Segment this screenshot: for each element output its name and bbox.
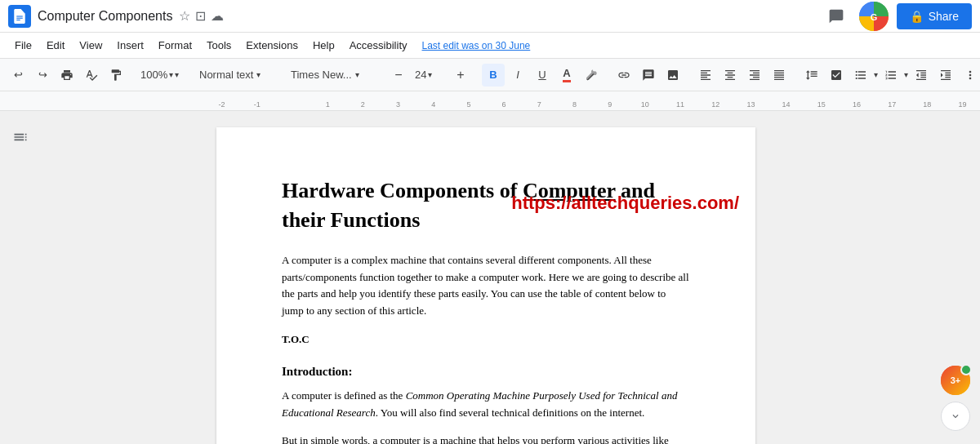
zoom-value: 100% [140, 69, 167, 81]
style-chevron: ▾ [256, 70, 261, 79]
bold-button[interactable]: B [482, 64, 505, 87]
highlight-button[interactable] [580, 64, 603, 87]
ruler-content: -2 -1 1 2 3 4 5 6 7 8 9 10 11 12 13 14 1… [204, 91, 980, 110]
comment-insert-button[interactable] [637, 64, 660, 87]
title-icons: ☆ ⊡ ☁ [179, 8, 224, 24]
numbered-list-button[interactable] [880, 64, 902, 87]
collab-badge [960, 364, 972, 375]
watermark: https://alltechqueries.com/ [511, 193, 739, 214]
menu-format[interactable]: Format [152, 36, 198, 55]
doc-page: Hardware Components of Computer andtheir… [216, 127, 755, 444]
print-button[interactable] [56, 64, 78, 87]
align-left-button[interactable] [694, 64, 717, 87]
document-title: Computer Components [38, 9, 172, 24]
outline-toggle[interactable] [7, 124, 33, 150]
font-select[interactable]: Times New... ▾ [287, 64, 377, 87]
more-options-button[interactable] [959, 64, 980, 87]
svg-point-8 [670, 72, 671, 73]
cloud-icon[interactable]: ☁ [211, 8, 224, 24]
italic-button[interactable]: I [506, 64, 529, 87]
align-center-button[interactable] [719, 64, 742, 87]
ruler: -2 -1 1 2 3 4 5 6 7 8 9 10 11 12 13 14 1… [0, 91, 980, 111]
menu-extensions[interactable]: Extensions [239, 36, 305, 55]
redo-button[interactable]: ↪ [31, 64, 54, 87]
font-size-increase[interactable]: + [449, 64, 472, 87]
zoom-select[interactable]: 100% ▾ [137, 64, 186, 87]
spellcheck-button[interactable] [80, 64, 103, 87]
collaborator-avatar[interactable]: 3+ [941, 366, 970, 395]
title-bar: Computer Components ☆ ⊡ ☁ G 🔒 Share [0, 0, 980, 33]
share-label: Share [929, 10, 959, 23]
font-chevron: ▾ [355, 70, 359, 79]
intro-body-1-pre: A computer is defined as the [282, 389, 406, 402]
style-value: Normal text [199, 69, 253, 81]
last-edit-link[interactable]: Last edit was on 30 June [422, 40, 531, 51]
zoom-chevron: ▾ [169, 70, 179, 79]
ruler-numbers: -2 -1 1 2 3 4 5 6 7 8 9 10 11 12 13 14 1… [204, 100, 980, 110]
menu-accessibility[interactable]: Accessibility [343, 36, 414, 55]
intro-body-1-post: . You will also find several technical d… [376, 406, 645, 419]
font-size-decrease[interactable]: − [387, 64, 410, 87]
style-select[interactable]: Normal text ▾ [196, 64, 278, 87]
google-docs-icon[interactable] [8, 5, 31, 28]
intro-body-1: A computer is defined as the Common Oper… [282, 388, 690, 422]
main-layout: Hardware Components of Computer andtheir… [0, 111, 980, 444]
undo-button[interactable]: ↩ [7, 64, 29, 87]
menu-view[interactable]: View [73, 36, 109, 55]
underline-button[interactable]: U [531, 64, 554, 87]
image-button[interactable] [662, 64, 684, 87]
intro-paragraph: A computer is a complex machine that con… [282, 252, 690, 320]
toolbar-chevron: ▾ [874, 70, 878, 79]
font-size-select[interactable]: 24 ▾ [412, 64, 448, 87]
toc-heading: T.O.C [282, 331, 690, 349]
menu-edit[interactable]: Edit [40, 36, 71, 55]
decrease-indent-button[interactable] [910, 64, 933, 87]
bullet-list-button[interactable] [849, 64, 872, 87]
left-sidebar [0, 111, 41, 444]
font-size-value: 24 [415, 69, 426, 81]
align-right-button[interactable] [743, 64, 766, 87]
menu-help[interactable]: Help [306, 36, 341, 55]
font-size-chevron: ▾ [428, 70, 432, 79]
user-avatar[interactable]: G [859, 2, 889, 31]
text-color-button[interactable]: A [555, 64, 578, 87]
doc-body: A computer is a complex machine that con… [282, 252, 690, 444]
toolbar: ↩ ↪ 100% ▾ Normal text ▾ Times New... ▾ … [0, 59, 980, 91]
doc-area[interactable]: Hardware Components of Computer andtheir… [41, 111, 931, 444]
checklist-button[interactable] [825, 64, 848, 87]
intro-body-2: But in simple words, a computer is a mac… [282, 433, 690, 444]
increase-indent-button[interactable] [934, 64, 957, 87]
comments-button[interactable] [822, 2, 851, 31]
line-spacing-button[interactable] [800, 64, 823, 87]
font-value: Times New... [291, 69, 352, 81]
scroll-down-button[interactable] [941, 402, 970, 431]
star-icon[interactable]: ☆ [179, 8, 190, 24]
intro-heading: Introduction: [282, 362, 690, 381]
paintformat-button[interactable] [105, 64, 127, 87]
share-button[interactable]: 🔒 Share [897, 3, 972, 29]
toolbar-chevron2: ▾ [904, 70, 908, 79]
menu-tools[interactable]: Tools [200, 36, 238, 55]
folder-icon[interactable]: ⊡ [195, 8, 206, 24]
menu-file[interactable]: File [8, 36, 38, 55]
link-button[interactable] [612, 64, 635, 87]
svg-text:G: G [870, 12, 877, 22]
menu-insert[interactable]: Insert [110, 36, 150, 55]
right-sidebar: 3+ [931, 111, 980, 444]
justify-button[interactable] [768, 64, 791, 87]
title-right: G 🔒 Share [822, 2, 972, 31]
lock-icon: 🔒 [910, 10, 924, 23]
menu-bar: File Edit View Insert Format Tools Exten… [0, 33, 980, 59]
